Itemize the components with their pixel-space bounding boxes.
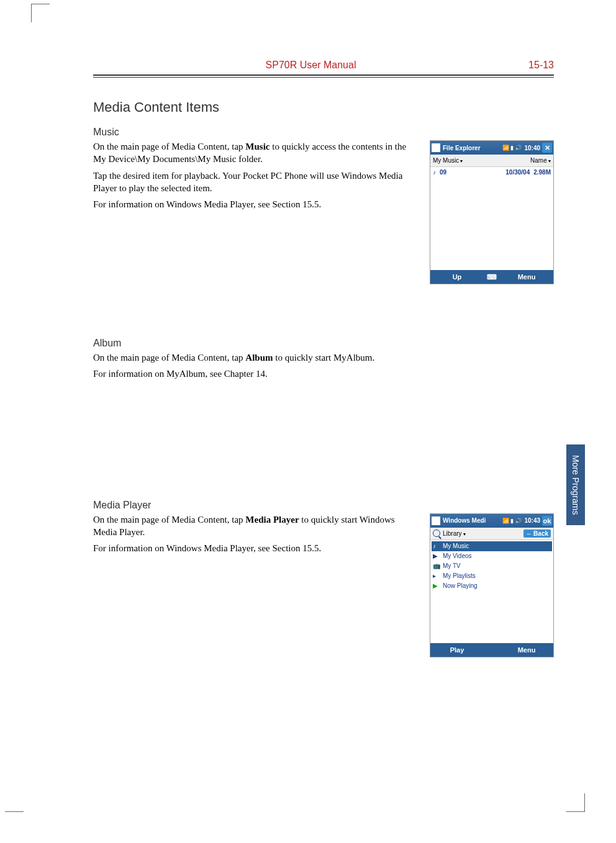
wmp-softbar: Play Menu [430, 643, 553, 657]
wmp-title: Windows Medi [443, 517, 502, 524]
mediaplayer-block: On the main page of Media Content, tap M… [93, 513, 554, 657]
mediaplayer-heading: Media Player [93, 500, 554, 511]
ok-button[interactable]: ok [542, 516, 552, 526]
file-row[interactable]: ♪ 09 10/30/04 2.98M [430, 167, 553, 177]
back-arrow-icon: ← [526, 530, 532, 537]
mediaplayer-text: On the main page of Media Content, tap M… [93, 513, 417, 657]
volume-icon[interactable]: 🔊 [515, 145, 522, 151]
music-screenshot-col: File Explorer 📶 ▮ 🔊 10:40 ✕ My Music Nam… [430, 140, 554, 284]
softkey-play[interactable]: Play [430, 646, 484, 654]
file-size: 2.98M [533, 169, 551, 176]
start-icon[interactable] [432, 143, 440, 152]
fe-titlebar: File Explorer 📶 ▮ 🔊 10:40 ✕ [430, 141, 553, 155]
header-rule-2 [93, 77, 554, 78]
fe-list-area [430, 177, 553, 270]
keyboard-icon[interactable]: ⌨ [484, 273, 500, 281]
library-item-my-playlists[interactable]: ▸My Playlists [432, 571, 552, 581]
album-text: On the main page of Media Content, tap A… [93, 351, 417, 384]
crop-mark-tl [31, 4, 50, 22]
album-block: On the main page of Media Content, tap A… [93, 351, 554, 384]
page-header: SP70R User Manual 15-13 [93, 60, 554, 71]
mediaplayer-p2: For information on Windows Media Player,… [93, 542, 417, 554]
album-p2: For information on MyAlbum, see Chapter … [93, 367, 417, 380]
fe-time[interactable]: 10:40 [524, 145, 540, 151]
wmp-screenshot: Windows Medi 📶 ▮ 🔊 10:43 ok Library ← Ba… [430, 513, 554, 657]
wmp-titlebar: Windows Medi 📶 ▮ 🔊 10:43 ok [430, 514, 553, 528]
search-icon[interactable] [433, 530, 440, 537]
fe-title: File Explorer [443, 145, 502, 151]
content: Media Content Items Music On the main pa… [93, 99, 554, 682]
file-name: 09 [440, 169, 502, 176]
close-button[interactable]: ✕ [542, 143, 552, 153]
music-p1: On the main page of Media Content, tap M… [93, 140, 417, 166]
music-text: On the main page of Media Content, tap M… [93, 140, 417, 284]
library-dropdown[interactable]: Library [443, 530, 466, 537]
header-rule [93, 74, 554, 76]
fe-folder-bar: My Music Name [430, 155, 553, 167]
library-item-now-playing[interactable]: ▶Now Playing [432, 581, 552, 591]
music-p2: Tap the desired item for playback. Your … [93, 169, 417, 195]
start-icon[interactable] [432, 516, 440, 525]
music-icon: ♪ [433, 543, 440, 550]
signal-icon[interactable]: ▮ [510, 145, 514, 151]
file-date: 10/30/04 [505, 169, 530, 176]
crop-mark-bl [5, 808, 24, 812]
library-item-my-tv[interactable]: 📺My TV [432, 561, 552, 571]
header-title: SP70R User Manual [93, 60, 528, 71]
section-title: Media Content Items [93, 99, 554, 115]
wmp-library-bar: Library ← Back [430, 528, 553, 540]
music-heading: Music [93, 127, 554, 138]
album-screenshot-col [430, 351, 554, 384]
connectivity-icon[interactable]: 📶 [502, 145, 509, 151]
album-p1: On the main page of Media Content, tap A… [93, 351, 417, 364]
file-explorer-screenshot: File Explorer 📶 ▮ 🔊 10:40 ✕ My Music Nam… [430, 140, 554, 284]
music-file-icon: ♪ [433, 169, 436, 176]
sort-dropdown[interactable]: Name [530, 157, 551, 164]
now-playing-icon: ▶ [433, 582, 440, 590]
softkey-menu[interactable]: Menu [500, 646, 553, 654]
wmp-library-list: ♪My Music ▶My Videos 📺My TV ▸My Playlist… [430, 540, 553, 643]
signal-icon[interactable]: ▮ [510, 518, 514, 524]
mediaplayer-p1: On the main page of Media Content, tap M… [93, 513, 417, 539]
library-item-my-videos[interactable]: ▶My Videos [432, 551, 552, 561]
side-tab-more-programs: More Programs [566, 444, 585, 525]
back-button[interactable]: ← Back [523, 530, 551, 538]
header-page-number: 15-13 [528, 60, 554, 71]
connectivity-icon[interactable]: 📶 [502, 518, 509, 524]
album-heading: Album [93, 338, 554, 349]
crop-mark-br [566, 793, 585, 812]
mediaplayer-screenshot-col: Windows Medi 📶 ▮ 🔊 10:43 ok Library ← Ba… [430, 513, 554, 657]
music-p3: For information on Windows Media Player,… [93, 198, 417, 210]
video-icon: ▶ [433, 552, 440, 560]
folder-dropdown[interactable]: My Music [433, 157, 463, 164]
softkey-up[interactable]: Up [430, 273, 484, 281]
library-item-my-music[interactable]: ♪My Music [432, 541, 552, 551]
playlist-icon: ▸ [433, 572, 440, 580]
music-block: On the main page of Media Content, tap M… [93, 140, 554, 284]
wmp-time[interactable]: 10:43 [524, 517, 540, 524]
softkey-menu[interactable]: Menu [500, 273, 553, 281]
fe-softbar: Up ⌨ Menu [430, 270, 553, 284]
tv-icon: 📺 [433, 562, 440, 570]
volume-icon[interactable]: 🔊 [515, 518, 522, 524]
